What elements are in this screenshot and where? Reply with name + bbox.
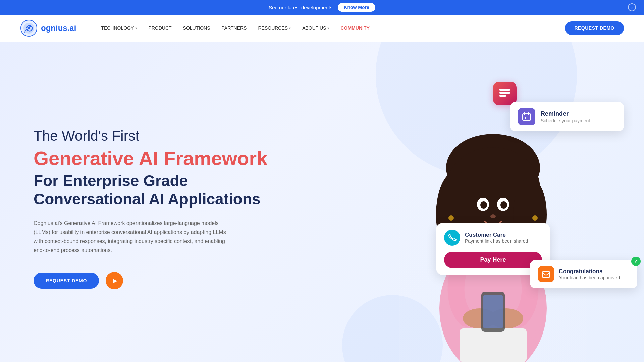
announcement-text: See our latest developments [269,5,332,10]
svg-point-14 [480,201,487,209]
svg-rect-23 [499,89,510,90]
hero-actions: REQUEST DEMO ▶ [34,272,268,289]
hero-image-area: Reminder Schedule your payment Customer … [342,42,644,362]
pay-here-button[interactable]: Pay Here [444,252,542,268]
close-icon: × [631,5,633,10]
svg-point-15 [500,201,507,209]
calendar-icon [522,112,531,121]
app-icon [493,82,517,105]
reminder-text: Reminder Schedule your payment [541,110,590,123]
logo-icon [20,19,38,37]
svg-point-3 [28,27,30,29]
navbar: ognius.ai TECHNOLOGY ▾ PRODUCT SOLUTIONS… [0,15,644,42]
svg-point-22 [532,215,538,221]
svg-rect-26 [523,114,531,120]
customer-care-header: Customer Care Payment link has been shar… [444,230,542,246]
reminder-card: Reminder Schedule your payment [510,102,624,131]
svg-rect-20 [483,295,503,328]
nav-links: TECHNOLOGY ▾ PRODUCT SOLUTIONS PARTNERS … [96,23,565,34]
logo-suffix: .ai [67,23,76,33]
hero-description: Cognius.ai's Generative AI Framework ope… [34,219,235,255]
customer-care-title: Customer Care [465,232,528,238]
nav-item-about-us[interactable]: ABOUT US ▾ [298,23,334,34]
play-icon: ▶ [113,277,117,284]
logo-name: ognius [41,23,67,33]
svg-point-21 [448,215,454,221]
app-icon-svg [498,87,512,100]
reminder-subtitle: Schedule your payment [541,118,590,123]
hero-subtitle: The World's First [34,128,268,144]
hero-title-bold: For Enterprise Grade Conversational AI A… [34,172,268,208]
logo[interactable]: ognius.ai [20,19,76,37]
reminder-title: Reminder [541,110,590,117]
nav-item-technology[interactable]: TECHNOLOGY ▾ [96,23,142,34]
customer-care-info: Customer Care Payment link has been shar… [465,232,528,244]
phone-icon [448,233,457,242]
congrats-icon [538,266,554,282]
nav-item-product[interactable]: PRODUCT [144,23,176,34]
svg-rect-30 [525,117,526,119]
svg-rect-25 [499,95,506,97]
nav-item-community[interactable]: COMMUNITY [336,23,374,34]
customer-care-subtitle: Payment link has been shared [465,238,528,244]
chevron-down-icon: ▾ [327,26,329,30]
logo-text: ognius.ai [41,23,76,33]
nav-item-partners[interactable]: PARTNERS [217,23,252,34]
chevron-down-icon: ▾ [289,26,291,30]
navbar-request-demo-button[interactable]: REQUEST DEMO [565,21,624,35]
congrats-text: Congratulations Your loan has been appro… [559,268,620,280]
svg-rect-24 [499,92,510,94]
reminder-icon [518,108,535,125]
checkmark-icon: ✓ [631,257,641,266]
customer-care-icon [444,230,460,246]
hero-content: The World's First Generative AI Framewor… [34,114,268,289]
know-more-button[interactable]: Know More [338,3,375,12]
congrats-title: Congratulations [559,268,620,275]
envelope-icon [542,270,550,279]
hero-request-demo-button[interactable]: REQUEST DEMO [34,273,99,289]
svg-rect-5 [460,328,527,362]
hero-title-colored: Generative AI Framework [34,147,268,169]
announcement-bar: See our latest developments Know More × [0,0,644,15]
svg-point-2 [29,25,31,27]
chevron-down-icon: ▾ [135,26,137,30]
congratulations-card: Congratulations Your loan has been appro… [530,260,637,288]
nav-item-solutions[interactable]: SOLUTIONS [178,23,215,34]
hero-play-button[interactable]: ▶ [106,272,123,289]
svg-point-16 [490,214,496,218]
hero-section: The World's First Generative AI Framewor… [0,42,644,362]
nav-item-resources[interactable]: RESOURCES ▾ [253,23,296,34]
close-announcement-button[interactable]: × [628,3,636,11]
svg-rect-31 [542,272,550,277]
congrats-subtitle: Your loan has been approved [559,275,620,280]
